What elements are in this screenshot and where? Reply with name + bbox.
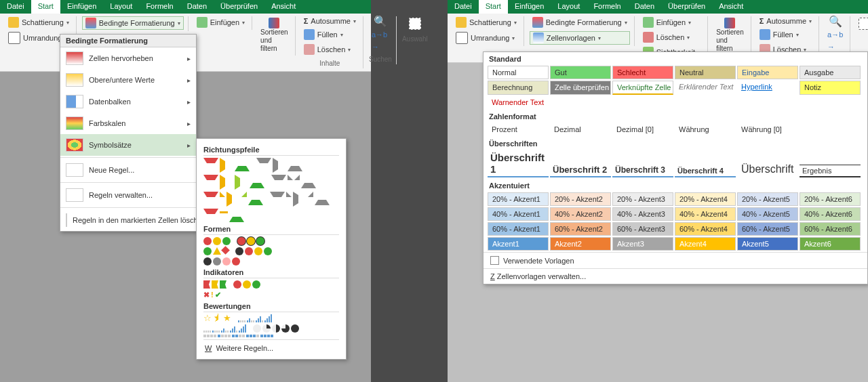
style-accent-1-6[interactable]: 20% - Akzent6 xyxy=(800,192,861,206)
style-bad[interactable]: Schlecht xyxy=(612,66,673,79)
style-decimal[interactable]: Dezimal xyxy=(550,123,611,135)
goto-button[interactable]: → xyxy=(825,42,846,51)
menu-ueberpruefen[interactable]: Überprüfen xyxy=(214,0,264,14)
iconset-4trafficlights[interactable] xyxy=(235,247,272,255)
cond-format-button[interactable]: Bedingte Formatierung▾ xyxy=(530,16,630,28)
style-accent-1-2[interactable]: 20% - Akzent2 xyxy=(550,192,611,206)
style-accent-3-5[interactable]: 60% - Akzent5 xyxy=(737,222,798,236)
style-decimal0[interactable]: Dezimal [0] xyxy=(612,123,673,135)
style-accent-3-6[interactable]: 60% - Akzent6 xyxy=(800,222,861,236)
style-accent-4-1[interactable]: Akzent1 xyxy=(488,237,549,251)
style-accent-3-4[interactable]: 60% - Akzent4 xyxy=(675,222,736,236)
iconset-3arrows-color[interactable] xyxy=(203,158,250,173)
style-percent[interactable]: Prozent xyxy=(488,123,549,135)
iconset-3flags[interactable] xyxy=(203,280,226,289)
more-rules[interactable]: WWeitere Regeln... xyxy=(203,341,339,355)
menu-daten[interactable]: Daten xyxy=(180,0,214,14)
style-check[interactable]: Zelle überprüfen xyxy=(550,81,611,95)
menu-layout[interactable]: Layout xyxy=(551,0,587,14)
border-button[interactable]: Umrandung▾ xyxy=(453,31,519,45)
menu-ansicht[interactable]: Ansicht xyxy=(264,0,302,14)
select-button[interactable] xyxy=(402,16,428,31)
style-good[interactable]: Gut xyxy=(550,66,611,79)
iconset-redtoblack[interactable] xyxy=(203,257,240,266)
replace-button[interactable]: a→b xyxy=(369,30,392,39)
manage-styles-row[interactable]: ZZellenvorlagen verwalten... xyxy=(484,268,867,284)
menu-datei[interactable]: Datei xyxy=(0,0,31,14)
style-accent-1-3[interactable]: 20% - Akzent3 xyxy=(612,192,673,206)
style-accent-2-5[interactable]: 40% - Akzent5 xyxy=(737,207,798,221)
style-accent-1-5[interactable]: 20% - Akzent5 xyxy=(737,192,798,206)
iconset-3symbols-circ[interactable] xyxy=(233,280,260,289)
autosum-button[interactable]: ΣAutosumme▾ xyxy=(757,16,814,26)
style-input[interactable]: Eingabe xyxy=(737,66,798,79)
iconset-3arrows-gray[interactable] xyxy=(256,158,302,173)
style-h4[interactable]: Überschrift 4 xyxy=(675,165,736,177)
insert-button[interactable]: Einfügen▾ xyxy=(640,16,703,28)
style-accent-1-4[interactable]: 20% - Akzent4 xyxy=(675,192,736,206)
sort-filter-button[interactable]: Sortierenund filtern xyxy=(713,16,747,54)
menu-einfuegen[interactable]: Einfügen xyxy=(508,0,551,14)
menu-daten[interactable]: Daten xyxy=(628,0,661,14)
style-result[interactable]: Ergebnis xyxy=(800,165,861,177)
fill-button[interactable]: Füllen▾ xyxy=(757,28,814,41)
style-accent-2-4[interactable]: 40% - Akzent4 xyxy=(675,207,736,221)
menu-einfuegen[interactable]: Einfügen xyxy=(60,0,103,14)
menu-icon-sets[interactable]: Symbolsätze▸ xyxy=(60,134,196,156)
menu-layout[interactable]: Layout xyxy=(103,0,139,14)
style-calc[interactable]: Berechnung xyxy=(488,81,549,95)
fill-button[interactable]: Füllen▾ xyxy=(301,28,359,41)
used-templates-row[interactable]: Verwendete Vorlagen xyxy=(484,252,867,268)
style-warning[interactable]: Warnender Text xyxy=(488,96,549,108)
search-button[interactable]: 🔍 xyxy=(369,16,392,27)
menu-clear-rules[interactable]: Regeln in den markierten Zellen löschen xyxy=(60,209,196,231)
style-h2[interactable]: Überschrift 2 xyxy=(550,163,611,177)
clear-button[interactable]: Löschen▾ xyxy=(301,43,359,56)
iconset-4arrows-gray[interactable] xyxy=(271,175,316,190)
style-accent-2-3[interactable]: 40% - Akzent3 xyxy=(612,207,673,221)
sort-filter-button[interactable]: Sortierenund filtern xyxy=(258,16,291,54)
autosum-button[interactable]: ΣAutosumme▾ xyxy=(301,16,359,26)
checkbox-icon[interactable] xyxy=(490,256,499,265)
style-note[interactable]: Notiz xyxy=(800,81,861,95)
menu-manage-rules[interactable]: Regeln verwalten... xyxy=(60,184,196,206)
style-title[interactable]: Überschrift xyxy=(737,161,798,177)
style-normal[interactable]: Normal xyxy=(488,66,549,79)
style-accent-3-2[interactable]: 60% - Akzent2 xyxy=(550,222,611,236)
menu-datei[interactable]: Datei xyxy=(448,0,479,14)
style-accent-4-5[interactable]: Akzent5 xyxy=(737,237,798,251)
style-accent-2-2[interactable]: 40% - Akzent2 xyxy=(550,207,611,221)
style-output[interactable]: Ausgabe xyxy=(800,66,861,79)
shading-button[interactable]: Schattierung▾ xyxy=(5,16,72,28)
iconset-5arrows-gray[interactable] xyxy=(270,192,330,207)
style-hyperlink[interactable]: Hyperlink xyxy=(737,81,798,95)
menu-start[interactable]: Start xyxy=(479,0,508,14)
style-h3[interactable]: Überschrift 3 xyxy=(612,164,673,177)
style-accent-4-3[interactable]: Akzent3 xyxy=(612,237,673,251)
menu-top-bottom[interactable]: Obere/untere Werte▸ xyxy=(60,69,196,91)
style-accent-4-2[interactable]: Akzent2 xyxy=(550,237,611,251)
menu-formeln[interactable]: Formeln xyxy=(139,0,180,14)
style-h1[interactable]: Überschrift 1 xyxy=(488,150,549,177)
cell-styles-button[interactable]: Zellenvorlagen▾ xyxy=(530,31,630,45)
style-accent-2-6[interactable]: 40% - Akzent6 xyxy=(800,207,861,221)
style-accent-2-1[interactable]: 40% - Akzent1 xyxy=(488,207,549,221)
iconset-5quarters[interactable] xyxy=(253,324,299,333)
style-currency0[interactable]: Währung [0] xyxy=(737,123,798,135)
iconset-3trafficlights-rim[interactable] xyxy=(237,237,264,245)
select-button[interactable] xyxy=(856,16,868,31)
menu-formeln[interactable]: Formeln xyxy=(587,0,627,14)
cond-format-button[interactable]: Bedingte Formatierung▾ xyxy=(82,16,184,30)
goto-button[interactable]: → xyxy=(369,42,392,51)
style-neutral[interactable]: Neutral xyxy=(675,66,736,79)
menu-color-scales[interactable]: Farbskalen▸ xyxy=(60,112,196,134)
shading-button[interactable]: Schattierung▾ xyxy=(453,16,519,28)
menu-highlight-cells[interactable]: Zellen hervorheben▸ xyxy=(60,47,196,69)
menu-ansicht[interactable]: Ansicht xyxy=(712,0,750,14)
menu-start[interactable]: Start xyxy=(31,0,60,14)
style-explain[interactable]: Erklärender Text xyxy=(675,81,736,95)
style-accent-3-3[interactable]: 60% - Akzent3 xyxy=(612,222,673,236)
iconset-5bars[interactable] xyxy=(203,324,246,333)
iconset-3trafficlights[interactable] xyxy=(203,237,231,245)
style-accent-4-6[interactable]: Akzent6 xyxy=(800,237,861,251)
